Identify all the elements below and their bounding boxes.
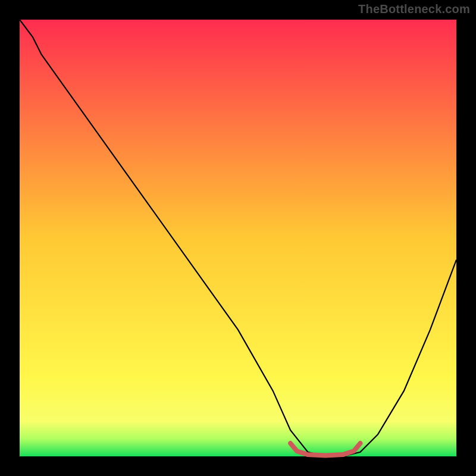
chart-background: [20, 20, 456, 456]
bottleneck-chart: [0, 0, 476, 476]
